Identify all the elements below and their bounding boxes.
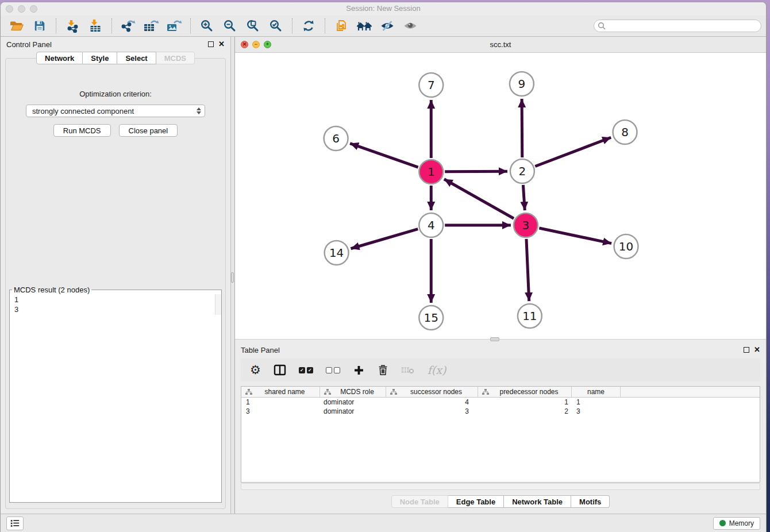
window-title: Session: New Session bbox=[1, 4, 766, 13]
table-cell[interactable]: 1 bbox=[572, 398, 621, 406]
close-panel-icon[interactable]: ✕ bbox=[754, 347, 760, 353]
memory-button[interactable]: Memory bbox=[713, 517, 760, 530]
tab-mcds[interactable]: MCDS bbox=[156, 52, 195, 64]
close-panel-icon[interactable]: ✕ bbox=[218, 41, 225, 47]
zoom-in-icon[interactable] bbox=[195, 17, 218, 34]
add-icon[interactable] bbox=[353, 364, 365, 376]
export-network-icon[interactable] bbox=[117, 17, 140, 34]
toolbar-separator bbox=[111, 18, 112, 33]
tab-style[interactable]: Style bbox=[83, 52, 117, 64]
table-cell[interactable]: 1 bbox=[241, 398, 320, 406]
result-scrollbar[interactable] bbox=[215, 294, 221, 315]
zoom-fit-icon[interactable] bbox=[241, 17, 264, 34]
column-header-successor-nodes[interactable]: successor nodes bbox=[386, 387, 478, 397]
network-window-title: scc.txt bbox=[235, 40, 766, 49]
open-icon[interactable] bbox=[5, 17, 28, 34]
graph-edge-3-10[interactable] bbox=[539, 228, 611, 244]
close-network-icon[interactable]: ✕ bbox=[241, 41, 248, 48]
graph-edge-4-14[interactable] bbox=[351, 229, 418, 249]
table-cell[interactable]: 3 bbox=[386, 407, 478, 415]
float-panel-icon[interactable] bbox=[744, 347, 749, 353]
control-panel: Control Panel ✕ Network Style Select MCD… bbox=[1, 37, 230, 514]
select-all-icon[interactable]: ✓✓ bbox=[299, 367, 313, 373]
divider-handle[interactable] bbox=[231, 272, 234, 283]
column-header-shared-name[interactable]: shared name bbox=[241, 387, 320, 397]
tab-motifs[interactable]: Motifs bbox=[571, 495, 610, 508]
tab-network[interactable]: Network bbox=[36, 52, 83, 64]
tab-edge-table[interactable]: Edge Table bbox=[448, 495, 504, 508]
criterion-select[interactable]: strongly connected component bbox=[26, 105, 205, 117]
gear-icon[interactable]: ⚙ bbox=[250, 364, 261, 376]
search-icon bbox=[598, 22, 606, 30]
table-cell[interactable]: dominator bbox=[320, 407, 386, 415]
graph-edge-1-6[interactable] bbox=[350, 144, 418, 168]
column-header-name[interactable]: name bbox=[572, 387, 621, 397]
tab-select[interactable]: Select bbox=[117, 52, 156, 64]
application-window: Session: New Session bbox=[0, 2, 767, 532]
home-icon[interactable] bbox=[353, 17, 376, 34]
graph-edge-2-9[interactable] bbox=[522, 99, 522, 157]
table-cell[interactable]: dominator bbox=[320, 398, 386, 406]
search-input[interactable] bbox=[594, 20, 761, 32]
list-icon bbox=[10, 519, 20, 527]
tab-node-table[interactable]: Node Table bbox=[391, 495, 448, 508]
graph-edge-2-8[interactable] bbox=[535, 137, 611, 166]
save-icon[interactable] bbox=[28, 17, 51, 34]
export-table-icon[interactable] bbox=[140, 17, 163, 34]
zoom-out-icon[interactable] bbox=[218, 17, 241, 34]
status-bar: Memory bbox=[1, 514, 766, 532]
memory-label: Memory bbox=[729, 519, 754, 527]
zoom-selected-icon[interactable] bbox=[264, 17, 287, 34]
divider-handle[interactable] bbox=[490, 337, 499, 341]
toolbar-separator bbox=[325, 18, 325, 33]
table-cell[interactable]: 1 bbox=[478, 398, 572, 406]
float-panel-icon[interactable] bbox=[208, 41, 214, 47]
horizontal-divider[interactable] bbox=[235, 339, 766, 342]
import-network-icon[interactable] bbox=[61, 17, 84, 34]
graph-node-label: 9 bbox=[518, 77, 526, 91]
graph-edge-3-11[interactable] bbox=[526, 239, 529, 301]
task-history-button[interactable] bbox=[6, 516, 24, 530]
table-row[interactable]: 3dominator323 bbox=[241, 407, 760, 416]
table-cell[interactable]: 3 bbox=[241, 407, 320, 415]
delete-icon[interactable] bbox=[378, 364, 388, 376]
panel-divider[interactable] bbox=[230, 37, 235, 514]
show-icon[interactable] bbox=[399, 17, 422, 34]
network-graph[interactable]: 7968124314101511 bbox=[235, 53, 766, 339]
deselect-all-icon[interactable] bbox=[326, 367, 340, 373]
optimization-criterion-label: Optimization criterion: bbox=[6, 90, 225, 98]
export-image-icon[interactable] bbox=[163, 17, 186, 34]
run-mcds-button[interactable]: Run MCDS bbox=[53, 124, 111, 137]
criterion-value: strongly connected component bbox=[32, 107, 134, 115]
graph-edge-2-3[interactable] bbox=[523, 185, 525, 210]
delete-table-icon[interactable] bbox=[401, 365, 415, 375]
close-panel-button[interactable]: Close panel bbox=[119, 124, 178, 137]
minimize-network-icon[interactable]: − bbox=[252, 41, 260, 48]
table-row[interactable]: 1dominator411 bbox=[241, 398, 760, 407]
column-header-mcds-role[interactable]: MCDS role bbox=[320, 387, 386, 397]
tab-network-table[interactable]: Network Table bbox=[504, 495, 571, 508]
table-panel-header: Table Panel ✕ bbox=[235, 342, 766, 357]
graph-edge-3-1[interactable] bbox=[444, 179, 514, 218]
refresh-icon[interactable] bbox=[297, 17, 320, 34]
function-icon[interactable]: f(x) bbox=[428, 364, 446, 376]
table-cell[interactable]: 3 bbox=[572, 407, 621, 415]
clone-network-icon[interactable] bbox=[330, 17, 353, 34]
graph-node-label: 8 bbox=[621, 125, 629, 139]
column-header-predecessor-nodes[interactable]: predecessor nodes bbox=[478, 387, 572, 397]
split-panel-icon[interactable] bbox=[274, 364, 286, 376]
node-table[interactable]: shared name MCDS role successor nodes bbox=[241, 386, 760, 483]
table-cell[interactable]: 4 bbox=[386, 398, 478, 406]
table-cell[interactable]: 2 bbox=[478, 407, 572, 415]
select-stepper-icon bbox=[197, 107, 201, 114]
graph-edge-1-2[interactable] bbox=[445, 171, 507, 172]
maximize-network-icon[interactable]: + bbox=[264, 41, 271, 48]
network-canvas[interactable]: 7968124314101511 bbox=[235, 53, 766, 339]
graph-node-label: 14 bbox=[329, 246, 344, 260]
memory-status-icon bbox=[719, 520, 726, 526]
table-hscrollbar[interactable] bbox=[241, 483, 760, 490]
attribute-icon bbox=[245, 389, 252, 395]
mcds-tab-content: Optimization criterion: strongly connect… bbox=[5, 58, 226, 509]
import-table-icon[interactable] bbox=[84, 17, 107, 34]
hide-icon[interactable] bbox=[376, 17, 399, 34]
